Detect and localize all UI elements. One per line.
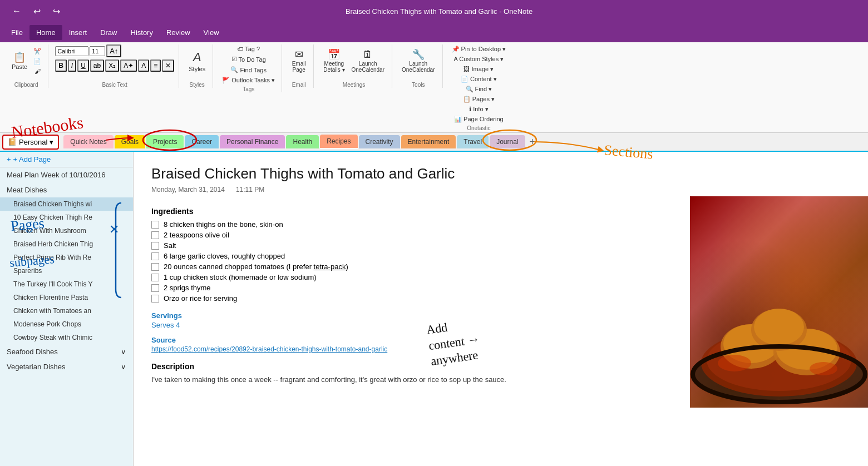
page-ordering-button[interactable]: 📊 Page Ordering bbox=[450, 115, 509, 124]
bold-button[interactable]: B bbox=[55, 60, 67, 72]
find-tags-button[interactable]: 🔍 Find Tags bbox=[220, 65, 277, 75]
redo-button[interactable]: ↪ bbox=[50, 5, 63, 18]
notebook-dropdown-icon: ▾ bbox=[50, 138, 53, 146]
font-color-button[interactable]: A bbox=[138, 60, 149, 72]
checkbox-7[interactable] bbox=[151, 284, 159, 292]
find-onetastic-button[interactable]: 🔍 Find ▾ bbox=[450, 85, 509, 94]
add-page-button[interactable]: + + Add Page bbox=[0, 152, 133, 167]
tab-entertainment[interactable]: Entertainment bbox=[401, 135, 456, 148]
styles-button[interactable]: A Styles bbox=[186, 44, 208, 78]
subscript-button[interactable]: X₂ bbox=[105, 60, 119, 72]
onetastic-group: 📌 Pin to Desktop ▾ A Custom Styles ▾ 🖼 I… bbox=[445, 44, 513, 131]
tab-personal-finance[interactable]: Personal Finance bbox=[220, 135, 285, 148]
launch-tool-button[interactable]: 🔧 LaunchOneCalendar bbox=[399, 44, 437, 78]
tool-icon: 🔧 bbox=[412, 49, 425, 60]
checkbox-6[interactable] bbox=[151, 274, 159, 281]
italic-button[interactable]: I bbox=[68, 60, 76, 72]
meetings-group: 📅 MeetingDetails ▾ 🗓 LaunchOneCalendar M… bbox=[316, 44, 392, 88]
vegetarian-chevron: ∨ bbox=[121, 363, 126, 371]
checkbox-8[interactable] bbox=[151, 295, 159, 303]
basic-text-group: A↑ B I U ab X₂ A✦ A ≡ ✕ Basic Text bbox=[51, 44, 179, 88]
svg-point-8 bbox=[754, 309, 804, 345]
content-button[interactable]: 📄 Content ▾ bbox=[450, 75, 509, 84]
styles-group: A Styles Styles bbox=[181, 44, 213, 88]
page-date: Monday, March 31, 2014 11:11 PM bbox=[151, 186, 850, 194]
seafood-chevron: ∨ bbox=[121, 348, 126, 356]
page-item-chicken-tomatoes[interactable]: Chicken with Tomatoes an bbox=[0, 304, 133, 318]
page-item-chicken-mushroom[interactable]: Chicken With Mushroom bbox=[0, 224, 133, 237]
clear-button[interactable]: ✕ bbox=[162, 60, 174, 72]
pin-to-desktop-button[interactable]: 📌 Pin to Desktop ▾ bbox=[450, 44, 509, 54]
checkbox-2[interactable] bbox=[151, 231, 159, 239]
menu-insert[interactable]: Insert bbox=[62, 25, 94, 40]
add-icon: + bbox=[7, 155, 11, 163]
underline-button[interactable]: U bbox=[77, 60, 89, 72]
tab-health[interactable]: Health bbox=[286, 135, 319, 148]
custom-styles-button[interactable]: A Custom Styles ▾ bbox=[450, 54, 509, 64]
window-title: Braised Chicken Thighs with Tomato and G… bbox=[346, 7, 532, 16]
tab-career[interactable]: Career bbox=[185, 135, 219, 148]
page-item-spareribs[interactable]: Spareribs bbox=[0, 264, 133, 277]
tab-projects[interactable]: Projects bbox=[146, 135, 184, 148]
todo-tag-button[interactable]: ☑ To Do Tag bbox=[220, 54, 277, 64]
page-item-turkey[interactable]: The Turkey I'll Cook This Y bbox=[0, 277, 133, 291]
page-item-perfect-prime[interactable]: Perfect Prime Rib With Re bbox=[0, 251, 133, 264]
tab-journal[interactable]: Journal bbox=[490, 135, 525, 148]
copy-button[interactable]: 📄 bbox=[31, 57, 43, 66]
vegetarian-section[interactable]: Vegetarian Dishes ∨ bbox=[0, 359, 133, 374]
highlight-button[interactable]: A✦ bbox=[120, 60, 137, 72]
format-painter-button[interactable]: 🖌 bbox=[31, 67, 43, 76]
tab-recipes[interactable]: Recipes bbox=[320, 135, 357, 149]
tab-quick-notes[interactable]: Quick Notes bbox=[63, 135, 113, 148]
pages-onetastic-button[interactable]: 📋 Pages ▾ bbox=[450, 95, 509, 104]
menu-view[interactable]: View bbox=[197, 25, 226, 40]
menu-draw[interactable]: Draw bbox=[93, 25, 124, 40]
cut-button[interactable]: ✂️ bbox=[31, 47, 43, 56]
tab-goals[interactable]: Goals bbox=[115, 135, 145, 148]
checkbox-3[interactable] bbox=[151, 242, 159, 250]
page-item-cowboy-steak[interactable]: Cowboy Steak with Chimic bbox=[0, 331, 133, 344]
menu-history[interactable]: History bbox=[124, 25, 160, 40]
checkbox-4[interactable] bbox=[151, 252, 159, 260]
email-icon: ✉ bbox=[295, 49, 303, 60]
meat-dishes-section[interactable]: Meat Dishes bbox=[0, 182, 133, 197]
outlook-tasks-button[interactable]: 🚩 Outlook Tasks ▾ bbox=[220, 76, 277, 85]
launch-onecalendar-button[interactable]: 🗓 LaunchOneCalendar bbox=[349, 44, 387, 78]
formatting-row: B I U ab X₂ A✦ A ≡ ✕ bbox=[55, 60, 174, 72]
font-family-input[interactable] bbox=[55, 46, 88, 56]
menu-bar: File Home Insert Draw History Review Vie… bbox=[0, 22, 868, 42]
back-button[interactable]: ← bbox=[9, 5, 24, 17]
font-size-input[interactable] bbox=[90, 46, 105, 56]
paste-button[interactable]: 📋 Paste bbox=[9, 44, 30, 78]
svg-point-10 bbox=[810, 362, 837, 375]
page-item-braised-herb[interactable]: Braised Herb Chicken Thig bbox=[0, 237, 133, 251]
page-item-braised-chicken[interactable]: Braised Chicken Thighs wi bbox=[0, 197, 133, 211]
image-button[interactable]: 🖼 Image ▾ bbox=[450, 65, 509, 74]
content-area: Braised Chicken Thighs with Tomato and G… bbox=[134, 152, 868, 466]
strikethrough-button[interactable]: ab bbox=[90, 60, 104, 72]
menu-review[interactable]: Review bbox=[160, 25, 197, 40]
page-item-chicken-florentine[interactable]: Chicken Florentine Pasta bbox=[0, 291, 133, 304]
food-image bbox=[690, 196, 868, 408]
menu-file[interactable]: File bbox=[4, 25, 29, 40]
seafood-section[interactable]: Seafood Dishes ∨ bbox=[0, 344, 133, 359]
page-item-10-easy[interactable]: 10 Easy Chicken Thigh Re bbox=[0, 211, 133, 224]
tag-button[interactable]: 🏷 Tag ? bbox=[220, 44, 277, 53]
undo-button[interactable]: ↩ bbox=[30, 5, 44, 18]
tabs-row: 📔 Personal ▾ Quick Notes Goals Projects … bbox=[0, 133, 868, 152]
tab-add-button[interactable]: + bbox=[526, 135, 539, 149]
page-item-pork-chops[interactable]: Modenese Pork Chops bbox=[0, 318, 133, 331]
notebook-selector[interactable]: 📔 Personal ▾ bbox=[2, 135, 59, 150]
checkbox-1[interactable] bbox=[151, 221, 159, 229]
checkbox-5[interactable] bbox=[151, 263, 159, 271]
meal-plan-section[interactable]: Meal Plan Week of 10/10/2016 bbox=[0, 167, 133, 182]
tab-travel[interactable]: Travel bbox=[457, 135, 489, 148]
email-page-button[interactable]: ✉ EmailPage bbox=[289, 44, 309, 78]
grow-font-button[interactable]: A↑ bbox=[106, 44, 121, 57]
menu-home[interactable]: Home bbox=[29, 25, 62, 40]
calendar-icon: 📅 bbox=[328, 49, 340, 60]
tab-creativity[interactable]: Creativity bbox=[359, 135, 400, 148]
info-button[interactable]: ℹ Info ▾ bbox=[450, 105, 509, 114]
align-button[interactable]: ≡ bbox=[150, 60, 161, 72]
meeting-details-button[interactable]: 📅 MeetingDetails ▾ bbox=[320, 44, 347, 78]
